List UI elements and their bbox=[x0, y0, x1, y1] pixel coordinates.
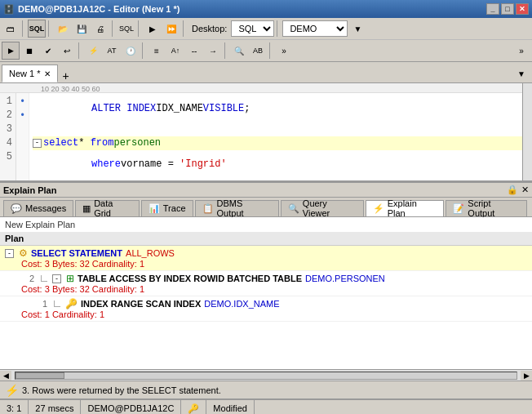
tab-scriptoutput[interactable]: 📝 Script Output bbox=[446, 200, 527, 216]
stop-btn[interactable]: ⏹ bbox=[20, 42, 38, 60]
plan-rows: - ⚙ SELECT STATEMENT ALL_ROWS Cost: 3 By… bbox=[0, 246, 532, 369]
str-ingrid: 'Ingrid' bbox=[180, 158, 227, 171]
toolbar-btn-b[interactable]: ▶ bbox=[144, 20, 162, 38]
connection: DEMO@PDB1JA12C bbox=[81, 400, 181, 414]
status-icon: ⚡ bbox=[5, 384, 19, 397]
tab-queryviewer[interactable]: 🔍 Query Viewer bbox=[281, 200, 364, 216]
kw-where: where bbox=[91, 158, 121, 171]
toolbar-btn-1[interactable]: 🗃 bbox=[2, 20, 20, 38]
more-btn[interactable]: » bbox=[275, 42, 293, 60]
indexscan-extra: DEMO.IDX_NAME bbox=[204, 299, 279, 309]
toolbar-btn-a[interactable]: SQL bbox=[117, 20, 135, 38]
tab-bar: New 1 * ✕ + ▼ bbox=[0, 62, 532, 83]
explain-btn[interactable]: ⚡ bbox=[84, 42, 102, 60]
print-btn[interactable]: 🖨 bbox=[91, 20, 109, 38]
sep-7 bbox=[78, 42, 82, 59]
plan-row-select-sub: Cost: 3 Bytes: 32 Cardinality: 1 bbox=[5, 259, 527, 269]
expand-select[interactable]: - bbox=[5, 249, 14, 258]
tab-dbms[interactable]: 📋 DBMS Output bbox=[195, 200, 279, 216]
kw-from: from bbox=[91, 136, 114, 150]
line-numbers: 1 2 3 4 5 bbox=[0, 93, 16, 180]
plan-row-select[interactable]: - ⚙ SELECT STATEMENT ALL_ROWS Cost: 3 By… bbox=[0, 246, 532, 271]
output-tabs: 💬 Messages ▦ Data Grid 📊 Trace 📋 DBMS Ou… bbox=[0, 198, 532, 217]
plan-row-tableaccess[interactable]: 2 - ⊞ TABLE ACCESS BY INDEX ROWID BATCHE… bbox=[0, 271, 532, 296]
save-btn[interactable]: 💾 bbox=[73, 20, 91, 38]
scroll-thumb[interactable] bbox=[16, 372, 64, 379]
messages-icon: 💬 bbox=[11, 203, 22, 214]
editor-area[interactable]: 10 20 30 40 50 60 1 2 3 4 5 • • ALTER IN… bbox=[0, 83, 532, 181]
tab-explainplan[interactable]: ⚡ Explain Plan bbox=[366, 200, 445, 216]
bottom-bar: 3: 1 27 msecs DEMO@PDB1JA12C 🔑 Modified bbox=[0, 398, 532, 414]
tab-datagrid[interactable]: ▦ Data Grid bbox=[75, 200, 140, 216]
expand-3[interactable]: - bbox=[33, 139, 42, 148]
plan-row-select-main: - ⚙ SELECT STATEMENT ALL_ROWS bbox=[5, 247, 527, 259]
tab-new1[interactable]: New 1 * ✕ bbox=[2, 65, 58, 82]
maximize-button[interactable]: □ bbox=[501, 3, 514, 15]
modified-status: Modified bbox=[206, 400, 255, 414]
replace-btn[interactable]: AB bbox=[249, 42, 267, 60]
find-btn[interactable]: 🔍 bbox=[230, 42, 248, 60]
tab-trace[interactable]: 📊 Trace bbox=[141, 200, 193, 216]
right-btn[interactable]: » bbox=[512, 42, 530, 60]
scroll-track[interactable] bbox=[15, 372, 517, 380]
indent-btn[interactable]: → bbox=[204, 42, 222, 60]
toolbar-btn-c[interactable]: ⏩ bbox=[162, 20, 180, 38]
format-btn[interactable]: ≡ bbox=[148, 42, 166, 60]
kw-visible: VISIBLE bbox=[203, 102, 244, 116]
plan-column-header: Plan bbox=[0, 232, 532, 246]
plan-row-indexscan[interactable]: 1 🔑 INDEX RANGE SCAN INDEX DEMO.IDX_NAME… bbox=[0, 296, 532, 322]
desktop-dropdown[interactable]: SQL bbox=[231, 20, 274, 37]
uppercase-btn[interactable]: A↑ bbox=[166, 42, 184, 60]
tableaccess-text: TABLE ACCESS BY INDEX ROWID BATCHED TABL… bbox=[78, 274, 302, 283]
expand-tableaccess[interactable]: - bbox=[52, 274, 61, 283]
plan-row-tableaccess-main: 2 - ⊞ TABLE ACCESS BY INDEX ROWID BATCHE… bbox=[5, 273, 527, 284]
scroll-right-btn[interactable]: ▶ bbox=[521, 371, 532, 381]
tab-label: New 1 * bbox=[9, 69, 41, 78]
key-icon-cell: 🔑 bbox=[181, 400, 206, 414]
close-button[interactable]: ✕ bbox=[516, 3, 529, 15]
history-btn[interactable]: 🕐 bbox=[122, 42, 140, 60]
title-bar-controls[interactable]: _ □ ✕ bbox=[486, 3, 529, 15]
tab-close-btn[interactable]: ✕ bbox=[44, 69, 51, 78]
new-explain-label: New Explain Plan bbox=[0, 217, 532, 232]
sql-btn[interactable]: SQL bbox=[28, 20, 46, 38]
select-stmt-text: SELECT STATEMENT bbox=[31, 248, 122, 258]
code-editor[interactable]: ALTER INDEX IDX_NAME VISIBLE; -select * … bbox=[29, 93, 532, 180]
schema-dropdown[interactable]: DEMO bbox=[282, 20, 348, 37]
scrollbar-vertical[interactable] bbox=[522, 83, 532, 180]
schema-dropdown-btn[interactable]: ▼ bbox=[348, 20, 366, 38]
rollback-btn[interactable]: ↩ bbox=[58, 42, 76, 60]
tab-scriptoutput-label: Script Output bbox=[468, 198, 520, 218]
plan-scrollbar-h[interactable]: ◀ ▶ bbox=[0, 369, 532, 381]
code-line-2 bbox=[33, 122, 529, 136]
sep-10 bbox=[269, 42, 273, 59]
tab-scroll-right[interactable]: ▼ bbox=[512, 65, 530, 82]
autotrace-btn[interactable]: AT bbox=[103, 42, 121, 60]
plan-num-2: 2 bbox=[21, 274, 34, 283]
sep-1 bbox=[22, 20, 25, 37]
title-bar: 🗄️ DEMO@PDB1JA12C - Editor (New 1 *) _ □… bbox=[0, 0, 532, 18]
run-btn[interactable]: ▶ bbox=[2, 42, 20, 60]
app-icon: 🗄️ bbox=[3, 4, 15, 15]
panel-controls[interactable]: 🔒 ✕ bbox=[507, 185, 529, 195]
scroll-left-btn[interactable]: ◀ bbox=[0, 371, 11, 381]
tab-add-btn[interactable]: + bbox=[60, 69, 73, 82]
trace-icon: 📊 bbox=[149, 203, 160, 214]
sep-3 bbox=[112, 20, 115, 37]
commit-btn[interactable]: ✔ bbox=[39, 42, 57, 60]
panel-close-btn[interactable]: ✕ bbox=[521, 185, 529, 195]
minimize-button[interactable]: _ bbox=[486, 3, 499, 15]
tab-trace-label: Trace bbox=[163, 203, 186, 213]
tab-explainplan-label: Explain Plan bbox=[388, 198, 437, 218]
timing: 27 msecs bbox=[29, 400, 81, 414]
sep-8 bbox=[142, 42, 145, 59]
open-btn[interactable]: 📂 bbox=[54, 20, 72, 38]
explainplan-icon: ⚡ bbox=[373, 203, 384, 214]
panel-title: Explain Plan bbox=[3, 185, 56, 195]
tab-messages[interactable]: 💬 Messages bbox=[3, 200, 73, 216]
table-personen: personen bbox=[113, 136, 161, 150]
window-title: DEMO@PDB1JA12C - Editor (New 1 *) bbox=[18, 4, 180, 14]
select-allrows-text: ALL_ROWS bbox=[126, 248, 175, 258]
panel-pin-btn[interactable]: 🔒 bbox=[507, 185, 518, 195]
comment-btn[interactable]: -- bbox=[185, 42, 203, 60]
